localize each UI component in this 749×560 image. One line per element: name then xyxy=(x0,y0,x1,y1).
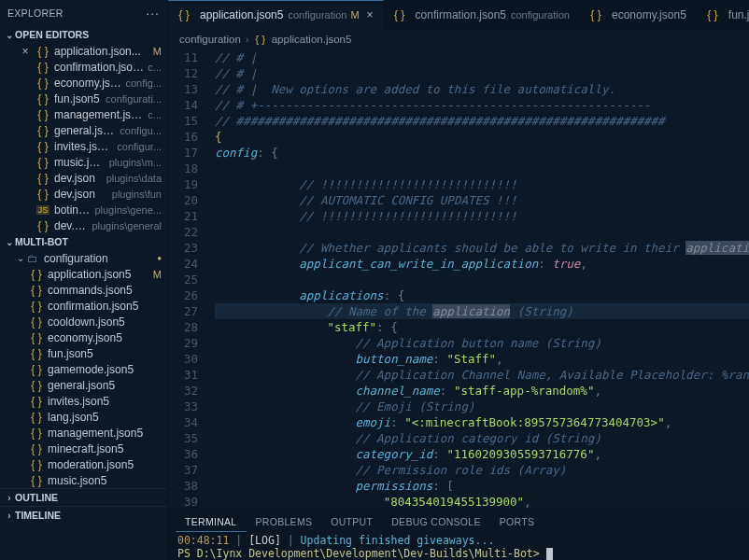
braces-icon: { } xyxy=(36,188,49,201)
code-line[interactable]: // AUTOMATIC CONFIG UPDATES !!! xyxy=(215,192,749,208)
code-line[interactable]: permissions: [ xyxy=(215,478,749,494)
breadcrumb-part[interactable]: configuration xyxy=(179,34,241,45)
code-line[interactable]: category_id: "1160209305593716776", xyxy=(215,446,749,462)
file-label: general.json5 xyxy=(48,379,162,392)
workspace-file-item[interactable]: { }management.json5 xyxy=(0,425,167,441)
log-message: Updating finished giveaways... xyxy=(301,534,495,547)
code-line[interactable] xyxy=(215,161,749,176)
open-editors-list: ×{ }application.json...M{ }confirmation.… xyxy=(0,43,167,233)
workspace-header[interactable]: ⌄ MULTI-BOT xyxy=(0,233,167,250)
open-editor-item[interactable]: { }fun.json5configurati... xyxy=(0,91,167,106)
outline-header[interactable]: › OUTLINE xyxy=(0,488,167,506)
code-line[interactable]: applicant_can_write_in_application: true… xyxy=(215,256,749,272)
terminal-prompt: PS D:\Iynx Development\Development\Dev-B… xyxy=(177,547,540,560)
code-line[interactable]: // !!!!!!!!!!!!!!!!!!!!!!!!!!!! xyxy=(215,176,749,192)
explorer-more-icon[interactable]: ··· xyxy=(146,6,160,21)
workspace-file-item[interactable]: { }moderation.json5 xyxy=(0,456,167,472)
editor-tab[interactable]: { }application.json5configurationM× xyxy=(168,0,384,29)
code-line[interactable]: // !!!!!!!!!!!!!!!!!!!!!!!!!!!! xyxy=(215,208,749,224)
folder-configuration[interactable]: ⌄ 🗀 configuration ● xyxy=(0,250,167,266)
file-label: confirmation.json5 xyxy=(54,61,144,74)
workspace-file-item[interactable]: { }minecraft.json5 xyxy=(0,441,167,456)
workspace-files-list: { }application.json5M{ }commands.json5{ … xyxy=(0,266,167,488)
workspace-file-item[interactable]: { }fun.json5 xyxy=(0,345,167,361)
workspace-file-item[interactable]: { }economy.json5 xyxy=(0,329,167,345)
editor-tab[interactable]: { }fun.json5configuration xyxy=(697,0,749,29)
code-area[interactable]: // # |// # |// # | New options are added… xyxy=(207,49,749,508)
open-editor-item[interactable]: ×{ }application.json...M xyxy=(0,43,167,59)
workspace-file-item[interactable]: { }confirmation.json5 xyxy=(0,298,167,314)
open-editor-item[interactable]: { }general.json5configu... xyxy=(0,122,167,138)
braces-icon: { } xyxy=(30,268,43,281)
code-line[interactable]: // # | New options are added to this fil… xyxy=(215,81,749,97)
workspace-file-item[interactable]: { }invites.json5 xyxy=(0,393,167,409)
code-line[interactable]: // Application Channel Name, Available P… xyxy=(215,367,749,383)
tab-label: confirmation.json5 xyxy=(416,8,506,21)
open-editor-item[interactable]: { }economy.json5config... xyxy=(0,75,167,91)
terminal-tab[interactable]: OUTPUT xyxy=(321,512,382,532)
folder-label: configuration xyxy=(44,252,157,265)
code-line[interactable]: // # | xyxy=(215,49,749,65)
code-line[interactable]: { xyxy=(215,129,749,145)
code-line[interactable]: // Emoji (String) xyxy=(215,399,749,414)
code-line[interactable]: "804354019455139900", xyxy=(215,494,749,508)
close-icon[interactable]: × xyxy=(367,8,374,21)
code-line[interactable]: // Permission role ids (Array) xyxy=(215,462,749,478)
code-line[interactable]: // Whether applicants should be able to … xyxy=(215,240,749,256)
workspace-file-item[interactable]: { }music.json5 xyxy=(0,472,167,488)
open-editor-item[interactable]: { }invites.json5configur... xyxy=(0,138,167,154)
code-line[interactable] xyxy=(215,224,749,240)
close-icon[interactable]: × xyxy=(19,45,32,58)
file-path: plugins\fun xyxy=(112,189,162,200)
braces-icon: { } xyxy=(30,442,43,455)
workspace-file-item[interactable]: { }commands.json5 xyxy=(0,282,167,298)
code-line[interactable]: // Application category id (String) xyxy=(215,430,749,446)
braces-icon: { } xyxy=(30,379,43,392)
terminal-tab[interactable]: DEBUG CONSOLE xyxy=(382,512,490,532)
breadcrumb-part[interactable]: application.json5 xyxy=(272,34,352,45)
timeline-header[interactable]: › TIMELINE xyxy=(0,506,167,524)
code-line[interactable]: button_name: "Staff", xyxy=(215,351,749,367)
terminal-tab[interactable]: PROBLEMS xyxy=(247,512,322,532)
code-line[interactable]: config: { xyxy=(215,145,749,161)
code-line[interactable]: emoji: "<:minecraftBook:8957573647734047… xyxy=(215,414,749,430)
workspace-file-item[interactable]: { }general.json5 xyxy=(0,377,167,393)
code-line[interactable] xyxy=(215,272,749,287)
braces-icon: { } xyxy=(30,315,43,329)
code-line[interactable]: channel_name: "staff-app-%random%", xyxy=(215,383,749,399)
editor-tab[interactable]: { }confirmation.json5configuration xyxy=(384,0,580,29)
open-editor-item[interactable]: { }dev.jsonplugins\fun xyxy=(0,186,167,202)
braces-icon: { } xyxy=(177,8,191,21)
open-editor-item[interactable]: { }dev.jsonplugins\data xyxy=(0,170,167,186)
workspace-file-item[interactable]: { }cooldown.json5 xyxy=(0,314,167,329)
open-editor-item[interactable]: { }management.json5c... xyxy=(0,106,167,122)
terminal-tab[interactable]: TERMINAL xyxy=(176,512,247,532)
terminal-tab[interactable]: PORTS xyxy=(490,512,544,532)
cursor-icon xyxy=(546,548,553,560)
open-editors-header[interactable]: ⌄ OPEN EDITORS xyxy=(0,26,167,43)
open-editor-item[interactable]: { }dev.jsonplugins\general xyxy=(0,217,167,233)
workspace-file-item[interactable]: { }application.json5M xyxy=(0,266,167,282)
terminal-prompt-line: PS D:\Iynx Development\Development\Dev-B… xyxy=(177,547,740,560)
file-label: application.json5 xyxy=(48,268,149,281)
code-line[interactable]: "staff": { xyxy=(215,319,749,335)
code-line[interactable]: // #####################################… xyxy=(215,113,749,129)
open-editor-item[interactable]: { }music.json5plugins\m... xyxy=(0,154,167,170)
editor-tab[interactable]: { }economy.json5 xyxy=(580,0,697,29)
workspace-file-item[interactable]: { }gamemode.json5 xyxy=(0,361,167,377)
code-line[interactable]: // # | xyxy=(215,65,749,81)
file-path: plugins\general xyxy=(92,220,162,231)
code-line[interactable]: applications: { xyxy=(215,287,749,303)
code-line[interactable]: // Application button name (String) xyxy=(215,335,749,351)
open-editor-item[interactable]: { }confirmation.json5c... xyxy=(0,59,167,75)
file-label: botinfo.js xyxy=(54,203,91,217)
open-editor-item[interactable]: JSbotinfo.jsplugins\gene... xyxy=(0,202,167,217)
explorer-header: EXPLORER ··· xyxy=(0,0,167,26)
terminal-body[interactable]: 00:48:11 | [LOG] | Updating finished giv… xyxy=(168,532,749,560)
breadcrumb[interactable]: configuration › { } application.json5 xyxy=(168,30,749,49)
workspace-file-item[interactable]: { }lang.json5 xyxy=(0,409,167,425)
code-line[interactable]: // # +----------------------------------… xyxy=(215,97,749,113)
code-line[interactable]: // Name of the application (String) xyxy=(215,303,749,319)
code-editor[interactable]: 1112131415161718192021222324252627282930… xyxy=(168,49,749,508)
editor-main: { }application.json5configurationM×{ }co… xyxy=(168,0,749,560)
